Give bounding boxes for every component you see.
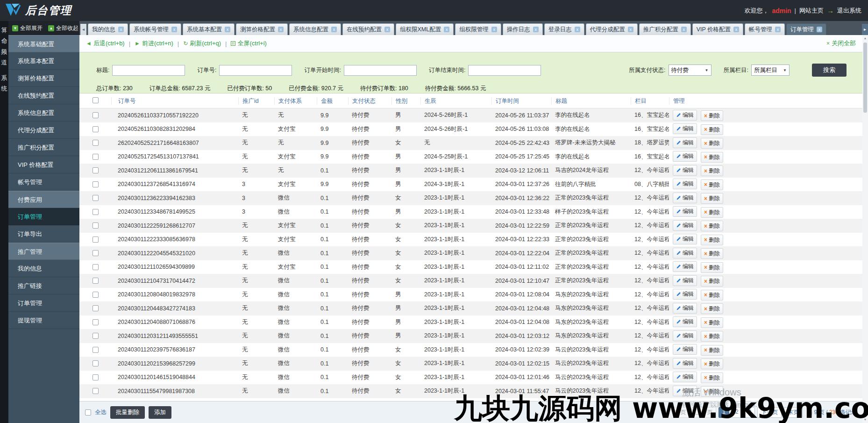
delete-button[interactable]: ×删除 [701,221,723,231]
select-all-checkbox[interactable] [92,97,99,103]
edit-button[interactable]: 编辑 [673,179,697,189]
logout-link[interactable]: 退出系统 [837,7,861,15]
delete-button[interactable]: ×删除 [701,124,723,135]
sidebar-item-11[interactable]: 订单导出 [8,225,79,243]
sidebar-item-1[interactable]: 系统基本配置 [8,52,79,70]
sidebar-item-5[interactable]: 代理分成配置 [8,122,79,139]
sidebar-item-3[interactable]: 在线预约配置 [8,87,79,104]
channel-2[interactable]: 系统 [0,72,8,94]
sidebar-item-4[interactable]: 系统信息配置 [8,104,79,122]
tab-5[interactable]: 在线预约配置x [342,23,394,35]
sidebar-item-6[interactable]: 推广积分配置 [8,139,79,156]
page-next[interactable]: 下一页 [757,407,782,418]
edit-button[interactable]: 编辑 [673,303,697,314]
edit-button[interactable]: 编辑 [673,193,697,203]
sidebar-group-12[interactable]: 推广管理 [8,243,79,260]
row-checkbox[interactable] [92,250,99,256]
edit-button[interactable]: 编辑 [673,330,697,341]
row-checkbox[interactable] [92,195,99,201]
sidebar-group-9[interactable]: 付费应用 [8,191,79,208]
sidebar-item-15[interactable]: 订单管理 [8,294,79,312]
order-start-input[interactable] [344,65,417,76]
refresh-button[interactable]: ↻刷新(ctrl+q) [183,39,221,48]
tab-9[interactable]: 登录日志x [544,23,584,35]
tab-close-icon[interactable]: x [331,27,337,32]
delete-button[interactable]: ×删除 [701,138,723,149]
scroll-up-arrow[interactable]: ▲ [862,35,868,42]
row-checkbox[interactable] [92,319,99,325]
pay-status-select[interactable]: 待付费 ▼ [669,65,711,76]
row-checkbox[interactable] [92,347,99,353]
search-button[interactable]: 搜索 [812,64,847,77]
page-last[interactable]: 末页 [784,407,803,418]
tab-scroll-left-button[interactable]: ◂ [80,24,86,35]
edit-button[interactable]: 编辑 [673,275,697,286]
edit-button[interactable]: 编辑 [673,234,697,244]
row-checkbox[interactable] [92,305,99,311]
edit-button[interactable]: 编辑 [673,344,697,355]
delete-button[interactable]: ×删除 [701,235,723,245]
edit-button[interactable]: 编辑 [673,248,697,258]
collapse-all-button[interactable]: ▲ 全部收起 [48,24,78,32]
tab-close-icon[interactable]: x [171,27,177,32]
edit-button[interactable]: 编辑 [673,220,697,231]
edit-button[interactable]: 编辑 [673,261,697,272]
delete-button[interactable]: ×删除 [701,290,723,301]
tab-close-icon[interactable]: x [444,27,449,32]
batch-delete-button[interactable]: 批量删除 [110,406,145,419]
delete-button[interactable]: ×删除 [701,358,723,369]
close-all-button[interactable]: ×关闭全部 [826,39,856,48]
tab-close-icon[interactable]: x [491,27,497,32]
tab-close-icon[interactable]: x [533,27,539,32]
row-checkbox[interactable] [92,209,99,215]
page-first[interactable]: 首页 [671,407,690,418]
sidebar-item-13[interactable]: 我的信息 [8,260,79,277]
tab-11[interactable]: 推广积分配置x [639,23,691,35]
row-checkbox[interactable] [92,167,99,173]
forward-button[interactable]: ►前进(ctrl+n) [135,39,173,48]
row-checkbox[interactable] [92,181,99,187]
tab-close-icon[interactable]: x [775,27,781,32]
sidebar-item-active[interactable]: 订单管理 [8,208,79,225]
delete-button[interactable]: ×删除 [701,110,723,121]
delete-button[interactable]: ×删除 [701,373,723,383]
tab-active[interactable]: 订单管理x [786,23,826,35]
edit-button[interactable]: 编辑 [673,289,697,300]
title-input[interactable] [112,65,185,76]
add-button[interactable]: 添加 [149,406,171,419]
delete-button[interactable]: ×删除 [701,386,723,397]
tab-close-icon[interactable]: x [384,27,390,32]
edit-button[interactable]: 编辑 [673,358,697,369]
tab-3[interactable]: 测算价格配置x [236,23,288,35]
tab-close-icon[interactable]: x [681,27,687,32]
tab-1[interactable]: 系统帐号管理x [129,23,181,35]
delete-button[interactable]: ×删除 [701,193,723,204]
delete-button[interactable]: ×删除 [701,179,723,190]
row-checkbox[interactable] [92,237,99,243]
row-checkbox[interactable] [92,112,99,118]
tab-scroll-right-button[interactable]: ▸ [862,24,868,35]
delete-button[interactable]: ×删除 [701,262,723,273]
edit-button[interactable]: 编辑 [673,123,697,134]
tab-close-icon[interactable]: x [118,27,124,32]
delete-button[interactable]: ×删除 [701,317,723,328]
tab-10[interactable]: 代理分成配置x [586,23,638,35]
edit-button[interactable]: 编辑 [673,151,697,162]
category-select[interactable]: 所属栏目 ▼ [751,65,790,76]
edit-button[interactable]: 编辑 [673,206,697,217]
sidebar-item-14[interactable]: 推广链接 [8,277,79,294]
delete-button[interactable]: ×删除 [701,303,723,314]
delete-button[interactable]: ×删除 [701,345,723,356]
edit-button[interactable]: 编辑 [673,137,697,148]
tab-close-icon[interactable]: x [817,27,822,32]
edit-button[interactable]: 编辑 [673,372,697,382]
tab-4[interactable]: 系统信息配置x [289,23,341,35]
select-all-label[interactable]: 全选 [95,409,107,416]
select-all-footer-checkbox[interactable] [85,409,91,416]
sidebar-item-2[interactable]: 测算价格配置 [8,70,79,87]
tab-2[interactable]: 系统基本配置x [183,23,235,35]
back-button[interactable]: ◄后退(ctrl+b) [86,39,125,48]
sidebar-item-8[interactable]: 帐号管理 [8,173,79,191]
page-1[interactable]: 1 [719,407,729,418]
tab-8[interactable]: 操作日志x [503,23,543,35]
